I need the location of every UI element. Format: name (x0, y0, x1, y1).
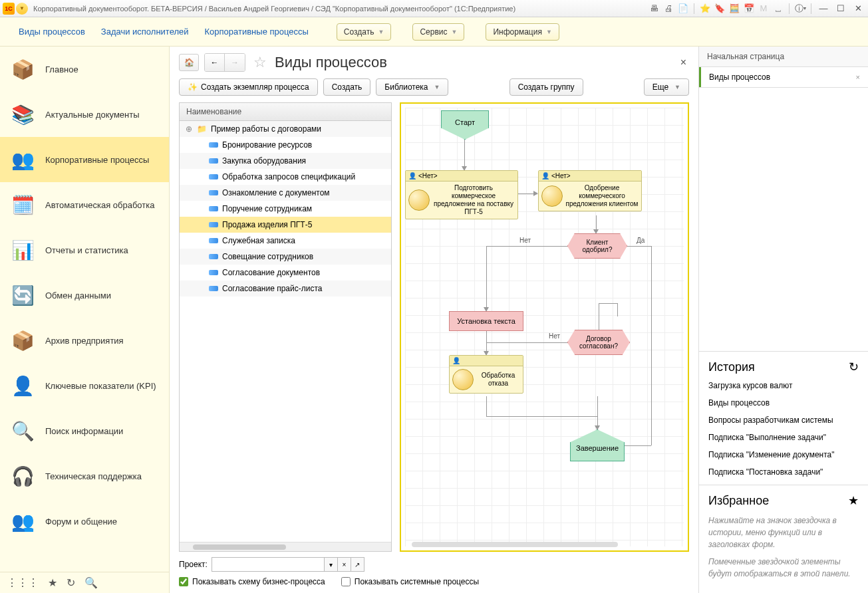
tree-row[interactable]: Поручение сотрудникам (180, 201, 391, 217)
service-dropdown-button[interactable]: Сервис▼ (412, 23, 464, 41)
nav-main[interactable]: 📦Главное (0, 47, 169, 92)
history-item[interactable]: Вопросы разработчикам системы (708, 415, 859, 425)
checkbox[interactable] (179, 577, 188, 586)
create-button[interactable]: Создать (323, 78, 371, 96)
project-input[interactable] (212, 557, 325, 572)
nav-search[interactable]: 🔍Поиск информации (0, 408, 169, 453)
history-icon[interactable]: ↻ (67, 576, 75, 589)
more-dropdown-button[interactable]: Еще▼ (644, 78, 689, 96)
document-icon[interactable]: 📄 (677, 3, 689, 15)
show-system-checkbox[interactable]: Показывать системные процессы (341, 577, 479, 586)
favorite-star-button[interactable]: ☆ (253, 54, 267, 71)
app-menu-dropdown[interactable]: ▼ (16, 3, 28, 15)
process-icon (209, 286, 218, 291)
calculator-icon[interactable]: 🧮 (728, 3, 740, 15)
tree-row-selected[interactable]: Продажа изделия ПГТ-5 (180, 217, 391, 233)
expand-icon[interactable]: ⊕ (185, 124, 193, 134)
tree-row[interactable]: Служебная записка (180, 233, 391, 249)
user-icon: 👤 (541, 172, 549, 179)
diagram-action-node[interactable]: Установка текста (449, 311, 523, 331)
caret-down-icon: ▼ (434, 84, 440, 90)
info-icon[interactable]: ⓘ▾ (794, 3, 806, 15)
box-icon: 📦 (9, 327, 36, 354)
show-scheme-checkbox[interactable]: Показывать схему бизнес-процесса (179, 577, 325, 586)
scrollbar-thumb[interactable] (412, 542, 618, 547)
back-button[interactable]: ← (205, 54, 225, 71)
minimize-button[interactable]: — (816, 3, 831, 15)
favorite-icon[interactable]: ⭐ (699, 3, 711, 15)
home-button[interactable]: 🏠 (179, 54, 199, 71)
create-group-button[interactable]: Создать группу (509, 78, 583, 96)
forward-button[interactable]: → (225, 54, 245, 71)
create-dropdown-button[interactable]: Создать▼ (337, 23, 392, 41)
tree-row[interactable]: Обработка запросов спецификаций (180, 169, 391, 185)
m-icon[interactable]: M (758, 3, 770, 15)
nav-auto-processing[interactable]: 🗓️Автоматическая обработка (0, 182, 169, 227)
info-dropdown-button[interactable]: Информация▼ (486, 23, 559, 41)
nav-documents[interactable]: 📚Актуальные документы (0, 92, 169, 137)
maximize-button[interactable]: ☐ (833, 3, 848, 15)
project-label: Проект: (179, 560, 208, 569)
scrollbar-thumb[interactable] (193, 544, 286, 550)
menu-corp-processes[interactable]: Корпоративные процессы (198, 23, 315, 41)
star-icon[interactable]: ★ (48, 576, 57, 589)
caret-down-icon: ▼ (378, 29, 384, 35)
nav-support[interactable]: 🎧Техническая поддержка (0, 453, 169, 499)
diagram-task-node[interactable]: 👤<Нет> Одобрение коммерческого предложен… (538, 170, 642, 211)
tree-row[interactable]: Совещание сотрудников (180, 249, 391, 265)
close-tab-button[interactable]: × (678, 54, 689, 71)
diagram-decision-node[interactable]: Клиент одобрил? (567, 233, 627, 259)
history-item[interactable]: Виды процессов (708, 398, 859, 408)
close-window-button[interactable]: ✕ (851, 3, 865, 15)
avatar-icon (408, 189, 430, 211)
nav-corp-processes[interactable]: 👥Корпоративные процессы (0, 137, 169, 182)
star-icon[interactable]: ★ (848, 493, 859, 508)
tree-horizontal-scrollbar[interactable] (180, 542, 391, 551)
tree-row[interactable]: Бронирование ресурсов (180, 137, 391, 153)
menu-tasks[interactable]: Задачи исполнителей (94, 23, 196, 41)
tree-row-folder[interactable]: ⊕📁Пример работы с договорами (180, 121, 391, 137)
tree-row[interactable]: Закупка оборудования (180, 153, 391, 169)
tree-row[interactable]: Согласование прайс-листа (180, 281, 391, 296)
process-diagram-panel[interactable]: Старт 👤<Нет> Подготовить коммерческое пр… (400, 102, 689, 552)
menu-process-types[interactable]: Виды процессов (12, 23, 92, 41)
diagram-decision-node[interactable]: Договор согласован? (567, 330, 630, 355)
history-icon[interactable]: ↻ (849, 360, 859, 374)
history-item[interactable]: Подписка "Постановка задачи" (708, 467, 859, 477)
nav-archive[interactable]: 📦Архив предприятия (0, 318, 169, 363)
create-instance-button[interactable]: ✨Создать экземпляр процесса (179, 78, 318, 96)
checkbox[interactable] (341, 577, 351, 586)
history-item[interactable]: Подписка "Выполнение задачи" (708, 433, 859, 442)
tree-row[interactable]: Согласование документов (180, 265, 391, 281)
close-icon[interactable]: × (856, 73, 860, 81)
nav-kpi[interactable]: 👤Ключевые показатели (KPI) (0, 363, 169, 408)
avatar-icon (541, 185, 563, 207)
tree-column-header[interactable]: Наименование (180, 103, 391, 121)
calendar-icon[interactable]: 📅 (743, 3, 755, 15)
diagram-horizontal-scrollbar[interactable] (408, 542, 681, 548)
nav-exchange[interactable]: 🔄Обмен данными (0, 273, 169, 318)
library-dropdown-button[interactable]: Библиотека▼ (376, 78, 448, 96)
project-clear-button[interactable]: × (338, 557, 351, 572)
diagram-task-node[interactable]: 👤<Нет> Подготовить коммерческое предложе… (405, 170, 518, 219)
nav-reports[interactable]: 📊Отчеты и статистика (0, 227, 169, 273)
apps-icon[interactable]: ⋮⋮⋮ (7, 576, 39, 589)
bookmark-icon[interactable]: 🔖 (714, 3, 726, 15)
diagram-task-node[interactable]: 👤 Обработка отказа (449, 355, 523, 394)
history-item[interactable]: Загрузка курсов валют (708, 381, 859, 390)
tab-home-page[interactable]: Начальная страница (699, 47, 868, 67)
collapse-icon[interactable]: ⎵ (772, 3, 784, 15)
print-preview-icon[interactable]: 🖶 (648, 3, 660, 15)
search-person-icon: 🔍 (9, 417, 36, 444)
print-icon[interactable]: 🖨 (662, 3, 674, 15)
process-tree-panel: Наименование ⊕📁Пример работы с договорам… (179, 102, 392, 552)
project-dropdown-button[interactable]: ▾ (325, 557, 338, 572)
diagram-connector (599, 303, 617, 304)
tab-process-types[interactable]: Виды процессов× (699, 67, 868, 87)
diagram-label-yes: Да (637, 237, 645, 244)
nav-forum[interactable]: 👥Форум и общение (0, 499, 169, 544)
history-item[interactable]: Подписка "Изменение документа" (708, 450, 859, 459)
tree-row[interactable]: Ознакомление с документом (180, 185, 391, 201)
search-icon[interactable]: 🔍 (84, 576, 98, 589)
project-open-button[interactable]: ↗ (351, 557, 364, 572)
